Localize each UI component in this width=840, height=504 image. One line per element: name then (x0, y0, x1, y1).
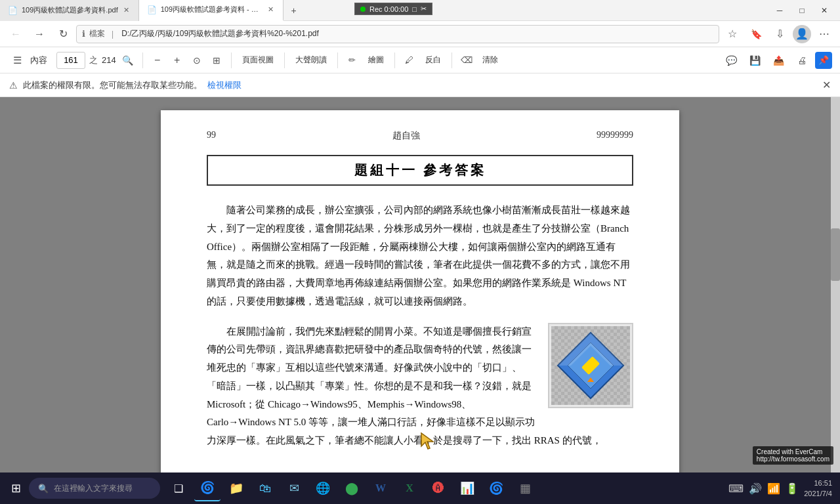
network-icon: 📶 (767, 482, 780, 495)
taskbar: ⊞ 🔍 在這裡輸入文字來搜尋 ❑ 🌀 📁 🛍 ✉ 🌐 ⬤ W X 🅐 📊 🌀 ▦… (0, 472, 840, 504)
taskbar-task-view[interactable]: ❑ (165, 475, 192, 501)
divider6 (452, 52, 452, 68)
forward-button[interactable]: → (29, 24, 50, 45)
taskbar-search-bar[interactable]: 🔍 在這裡輸入文字來搜尋 (29, 478, 160, 499)
taskbar-browser[interactable]: 🌐 (310, 475, 336, 501)
search-button[interactable]: 🔍 (120, 52, 136, 68)
maximize-button[interactable]: □ (791, 0, 812, 21)
zoom-in-button[interactable]: + (169, 52, 185, 68)
pin-icon: 📌 (818, 55, 829, 65)
zoom-out-button[interactable]: − (150, 52, 165, 68)
page-header: 99 趙自強 99999999 (207, 130, 633, 142)
sidebar-label: 內容 (30, 54, 47, 66)
tab-1-title: 109丙級軟體試題參考資料.pdf (22, 5, 118, 15)
title-bar: 📄 109丙級軟體試題參考資料.pdf ✕ 📄 109丙級軟體試題參考資料 - … (0, 0, 840, 21)
draw-label[interactable]: 繪圖 (364, 53, 388, 67)
taskbar-edge2[interactable]: 🌀 (483, 475, 509, 501)
comment-button[interactable]: 💬 (721, 50, 742, 71)
collections-button[interactable]: 🔖 (746, 24, 766, 45)
pin-button[interactable]: 📌 (815, 52, 832, 69)
permission-bar: ⚠ 此檔案的權限有限。您可能無法存取某些功能。 檢視權限 ✕ (0, 74, 840, 97)
new-tab-button[interactable]: + (284, 0, 304, 21)
section-title: 題組十一 參考答案 (207, 155, 633, 186)
print-button[interactable]: 🖨 (791, 50, 812, 71)
taskbar-app1[interactable]: 🅐 (425, 475, 452, 501)
evercam-watermark: Created with EverCam http://tw.formosaso… (753, 446, 833, 465)
address-info-icon: ℹ (82, 29, 85, 39)
read-aloud-button[interactable]: 大聲朗讀 (291, 53, 331, 67)
profile-button[interactable]: 👤 (793, 25, 811, 43)
share-button[interactable]: 📤 (768, 50, 789, 71)
page-left-number: 99 (207, 130, 216, 142)
taskbar-search-icon: 🔍 (38, 484, 49, 494)
address-bar[interactable]: ℹ 檔案 | D:/乙丙級/丙級/109丙級軟體試題參考資料%20-%201.p… (76, 25, 719, 43)
page-wrapper: 99 趙自強 99999999 題組十一 參考答案 隨著公司業務的成長，辦公室擴… (0, 97, 840, 504)
evercam-line1: Created with EverCam (757, 448, 830, 455)
zoom-fit-button[interactable]: ⊙ (189, 52, 205, 68)
permission-link[interactable]: 檢視權限 (207, 79, 242, 91)
more-button[interactable]: ⋯ (814, 24, 835, 45)
divider3 (284, 52, 285, 68)
battery-icon: 🔋 (786, 482, 799, 495)
keyboard-icon: ⌨ (728, 482, 744, 495)
close-button[interactable]: ✕ (814, 0, 835, 21)
taskbar-time: 16:51 (804, 478, 832, 489)
start-button[interactable]: ⊞ (3, 475, 29, 501)
zoom-width-button[interactable]: ⊞ (209, 52, 224, 68)
star-button[interactable]: ☆ (722, 24, 743, 45)
erase-icon[interactable]: ⌫ (459, 52, 474, 68)
start-icon: ⊞ (11, 481, 21, 495)
taskbar-word[interactable]: W (368, 475, 394, 501)
taskbar-app2[interactable]: 📊 (454, 475, 480, 501)
back-button[interactable]: ← (5, 24, 26, 45)
recording-bar: Rec 0:00:00 □ ✂ (354, 3, 432, 15)
taskbar-store[interactable]: 🛍 (252, 475, 278, 501)
scrollbar[interactable] (831, 97, 840, 504)
taskbar-excel[interactable]: X (396, 475, 423, 501)
address-separator: | (112, 30, 114, 39)
content-area: 99 趙自強 99999999 題組十一 參考答案 隨著公司業務的成長，辦公室擴… (0, 97, 840, 504)
reverse-label[interactable]: 反白 (421, 53, 445, 67)
page-view-button[interactable]: 頁面視圖 (238, 53, 278, 67)
taskbar-date: 2021/7/4 (804, 488, 832, 499)
paragraph-1: 隨著公司業務的成長，辦公室擴張，公司內部的網路系統也像小樹苗漸漸成長苗壯一樣越來… (207, 201, 633, 311)
taskbar-search-placeholder: 在這裡輸入文字來搜尋 (54, 483, 133, 494)
pdf-page: 99 趙自強 99999999 題組十一 參考答案 隨著公司業務的成長，辦公室擴… (161, 110, 679, 491)
tab-1[interactable]: 📄 109丙級軟體試題參考資料.pdf ✕ (0, 0, 139, 21)
taskbar-clock[interactable]: 16:51 2021/7/4 (804, 478, 832, 499)
divider5 (394, 52, 395, 68)
sidebar-toggle-button[interactable]: ☰ (8, 51, 26, 70)
permission-close-button[interactable]: ✕ (822, 79, 831, 91)
tab-1-close[interactable]: ✕ (122, 5, 131, 16)
toolbar-right: ☆ 🔖 ⇩ 👤 ⋯ (722, 24, 835, 45)
pdf-toolbar-right: 💬 💾 📤 🖨 📌 (721, 50, 832, 71)
reverse-icon[interactable]: 🖊 (402, 52, 417, 68)
taskbar-chrome[interactable]: ⬤ (339, 475, 365, 501)
rec-indicator (360, 7, 366, 12)
browser-toolbar: ← → ↻ ℹ 檔案 | D:/乙丙級/丙級/109丙級軟體試題參考資料%20-… (0, 21, 840, 47)
paragraph-2-container: 在展開討論前，我們先來點輕鬆的開胃小菜。不知道是哪個擅長行銷宣傳的公司先帶頭，資… (207, 323, 633, 450)
taskbar-tablet[interactable]: ▦ (512, 475, 538, 501)
tab-2-close[interactable]: ✕ (266, 4, 275, 15)
taskbar-apps: ❑ 🌀 📁 🛍 ✉ 🌐 ⬤ W X 🅐 📊 🌀 ▦ (165, 475, 538, 501)
taskbar-mail[interactable]: ✉ (281, 475, 307, 501)
taskbar-right: ⌨ 🔊 📶 🔋 16:51 2021/7/4 (728, 478, 837, 499)
taskbar-edge[interactable]: 🌀 (194, 475, 220, 501)
divider4 (337, 52, 338, 68)
draw-icon[interactable]: ✏ (345, 52, 360, 68)
address-path: D:/乙丙級/丙級/109丙級軟體試題參考資料%20-%201.pdf (121, 28, 713, 39)
tab-2-title: 109丙級軟體試題參考資料 - 1.p... (161, 5, 262, 14)
erase-label[interactable]: 清除 (478, 53, 502, 67)
scrollbar-thumb[interactable] (831, 228, 840, 281)
save-button[interactable]: 💾 (744, 50, 765, 71)
volume-icon: 🔊 (749, 482, 762, 495)
page-right-number: 99999999 (597, 130, 633, 142)
page-number-input[interactable] (56, 52, 85, 69)
download-button[interactable]: ⇩ (769, 24, 790, 45)
refresh-button[interactable]: ↻ (52, 24, 74, 45)
address-label: 檔案 (89, 28, 105, 39)
page-total-label: 之 (89, 54, 98, 66)
tab-2[interactable]: 📄 109丙級軟體試題參考資料 - 1.p... ✕ (139, 0, 284, 21)
minimize-button[interactable]: ─ (769, 0, 790, 21)
taskbar-explorer[interactable]: 📁 (223, 475, 249, 501)
